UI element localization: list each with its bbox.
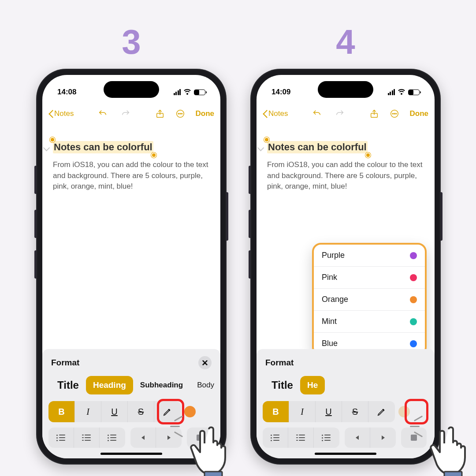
svg-point-4: [181, 113, 182, 114]
color-menu-popup: Purple Pink Orange Mint Blue: [312, 243, 427, 356]
redo-icon: [335, 109, 345, 119]
svg-point-8: [392, 113, 393, 114]
close-format-button[interactable]: ✕: [198, 356, 212, 369]
style-heading[interactable]: Heading: [86, 376, 133, 394]
style-title[interactable]: Title: [264, 375, 300, 396]
selected-title[interactable]: Notes can be colorful: [267, 141, 368, 153]
note-content[interactable]: Notes can be colorful From iOS18, you ca…: [267, 141, 424, 192]
battery-icon: [408, 89, 420, 95]
note-content[interactable]: Notes can be colorful From iOS18, you ca…: [53, 141, 210, 192]
text-style-row: Title Heading Subheading Body: [48, 375, 214, 401]
home-indicator[interactable]: [100, 453, 162, 455]
note-body: From iOS18, you can add the colour to th…: [53, 160, 210, 192]
numbered-list-button[interactable]: [100, 428, 125, 448]
collapse-icon[interactable]: [43, 145, 50, 152]
chevron-left-icon: [48, 110, 53, 118]
color-swatch[interactable]: [398, 406, 410, 417]
svg-rect-11: [444, 472, 462, 476]
color-dot-icon: [410, 340, 417, 347]
block-quote-button[interactable]: [187, 428, 212, 448]
bulleted-list-button[interactable]: [48, 428, 74, 448]
format-label: Format: [51, 358, 79, 368]
bold-button[interactable]: B: [263, 401, 289, 422]
selection-handle-start[interactable]: [264, 137, 269, 142]
undo-icon[interactable]: [98, 109, 108, 119]
undo-icon[interactable]: [312, 109, 322, 119]
collapse-icon[interactable]: [257, 145, 264, 152]
color-label: Mint: [322, 317, 337, 326]
note-title: Notes can be colorful: [53, 141, 153, 153]
selection-handle-end[interactable]: [365, 152, 371, 158]
step-label-4: 4: [250, 22, 441, 62]
share-icon[interactable]: [369, 109, 379, 119]
block-quote-button[interactable]: [401, 428, 427, 448]
dashed-list-button[interactable]: [288, 428, 314, 448]
strike-button[interactable]: S: [128, 401, 154, 422]
home-indicator[interactable]: [315, 453, 376, 455]
style-body[interactable]: Body: [190, 376, 214, 394]
color-label: Blue: [322, 339, 338, 348]
selected-title[interactable]: Notes can be colorful: [53, 141, 153, 153]
highlight-button[interactable]: [368, 401, 395, 422]
italic-button[interactable]: I: [289, 401, 316, 422]
list-controls: [48, 428, 214, 448]
back-label: Notes: [268, 109, 288, 118]
more-icon[interactable]: [175, 109, 185, 119]
color-swatch[interactable]: [184, 406, 196, 417]
back-button[interactable]: Notes: [48, 109, 74, 118]
status-time: 14:08: [57, 88, 76, 97]
phone-right: 14:09 Notes Done: [250, 69, 441, 465]
status-time: 14:09: [271, 88, 290, 97]
back-button[interactable]: Notes: [263, 109, 288, 118]
color-option-mint[interactable]: Mint: [314, 311, 425, 333]
color-dot-icon: [410, 296, 417, 303]
wifi-icon: [398, 89, 405, 95]
outdent-button[interactable]: [130, 428, 156, 448]
underline-button[interactable]: U: [101, 401, 128, 422]
svg-point-2: [178, 113, 179, 114]
style-heading[interactable]: He: [300, 376, 325, 394]
style-subheading[interactable]: Subheading: [133, 376, 190, 394]
back-label: Notes: [54, 109, 74, 118]
step-label-3: 3: [36, 22, 227, 62]
bulleted-list-button[interactable]: [263, 428, 288, 448]
numbered-list-button[interactable]: [314, 428, 339, 448]
done-button[interactable]: Done: [196, 109, 215, 118]
bold-button[interactable]: B: [48, 401, 75, 422]
underline-button[interactable]: U: [316, 401, 342, 422]
more-icon[interactable]: [390, 109, 399, 119]
color-label: Purple: [322, 251, 345, 260]
color-label: Orange: [322, 295, 348, 304]
wifi-icon: [183, 89, 191, 95]
nav-bar: Notes Done: [42, 104, 220, 123]
chevron-left-icon: [263, 110, 268, 118]
done-button[interactable]: Done: [410, 109, 429, 118]
color-option-pink[interactable]: Pink: [314, 267, 425, 289]
list-controls: [263, 428, 428, 448]
cellular-icon: [174, 89, 181, 95]
highlight-button[interactable]: [154, 401, 181, 422]
indent-button[interactable]: [156, 428, 182, 448]
nav-bar: Notes Done: [257, 104, 435, 123]
outdent-button[interactable]: [345, 428, 370, 448]
share-icon[interactable]: [155, 109, 165, 119]
strike-button[interactable]: S: [342, 401, 368, 422]
italic-button[interactable]: I: [75, 401, 101, 422]
selection-handle-start[interactable]: [50, 137, 55, 142]
svg-point-9: [394, 113, 395, 114]
phone-left: 14:08 Notes Done: [36, 69, 227, 465]
color-option-purple[interactable]: Purple: [314, 245, 425, 267]
text-style-row: Title He: [263, 375, 428, 401]
format-panel: Format ✕ Title Heading Subheading Body B…: [42, 349, 220, 458]
selection-handle-end[interactable]: [151, 152, 156, 158]
color-label: Pink: [322, 273, 337, 282]
format-panel: Format ✕ Title He B I U S: [257, 349, 435, 458]
style-title[interactable]: Title: [50, 375, 86, 396]
indent-button[interactable]: [370, 428, 396, 448]
cellular-icon: [388, 89, 395, 95]
dashed-list-button[interactable]: [74, 428, 100, 448]
color-option-orange[interactable]: Orange: [314, 289, 425, 311]
bius-segment: B I U S: [48, 401, 181, 422]
note-title: Notes can be colorful: [267, 141, 368, 153]
color-dot-icon: [410, 274, 417, 281]
